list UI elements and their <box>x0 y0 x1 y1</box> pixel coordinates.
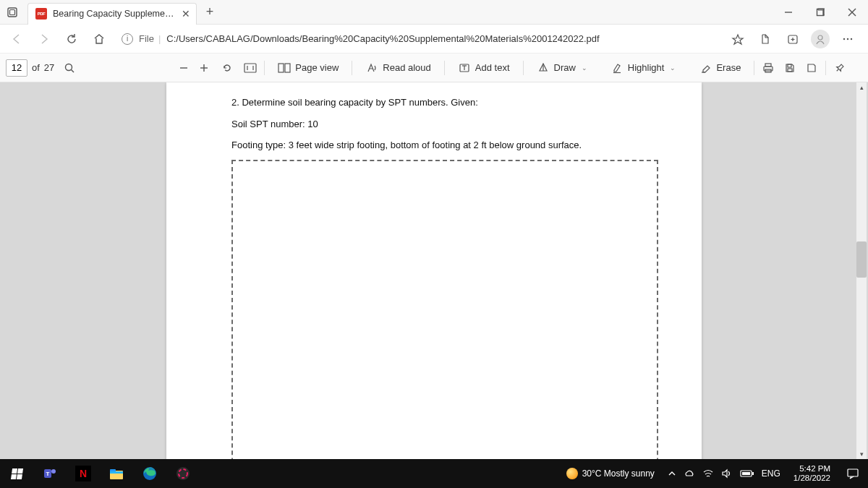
clock-date: 1/28/2022 <box>793 474 830 483</box>
separator <box>754 61 754 75</box>
zoom-in-button[interactable] <box>197 61 210 74</box>
toolbar-right <box>725 27 864 51</box>
taskbar-app-snip[interactable] <box>166 459 200 488</box>
refresh-button[interactable] <box>59 27 84 51</box>
new-tab-button[interactable]: + <box>200 2 220 22</box>
url-scheme: File <box>139 33 154 44</box>
read-aloud-label: Read aloud <box>383 62 431 73</box>
taskbar-app-edge[interactable] <box>133 459 166 488</box>
close-window-button[interactable] <box>836 0 868 25</box>
separator <box>825 61 826 75</box>
system-tray[interactable]: ENG <box>662 468 786 479</box>
read-aloud-button[interactable]: Read aloud <box>359 59 437 77</box>
erase-icon <box>699 61 712 74</box>
tray-chevron-icon[interactable] <box>668 469 676 478</box>
find-button[interactable] <box>63 61 76 74</box>
start-button[interactable] <box>0 459 33 488</box>
scroll-down-button[interactable]: ▾ <box>856 449 867 459</box>
print-button[interactable] <box>762 61 775 74</box>
read-mode-button[interactable] <box>725 27 751 51</box>
profile-button[interactable] <box>807 27 833 51</box>
document-viewport[interactable]: 2. Determine soil bearing capacity by SP… <box>0 82 868 459</box>
separator <box>523 61 524 75</box>
taskbar: T N 30°C Mostly sunny ENG 5:42 PM 1/28/2… <box>0 459 868 488</box>
forward-button[interactable] <box>32 27 56 51</box>
home-button[interactable] <box>87 27 111 51</box>
address-bar: i File | C:/Users/CABALAG/Downloads/Bear… <box>0 25 868 53</box>
minimize-button[interactable] <box>773 0 804 25</box>
favorites-button[interactable] <box>752 27 778 51</box>
back-button[interactable] <box>4 27 29 51</box>
svg-rect-19 <box>244 64 256 72</box>
svg-rect-31 <box>765 64 771 67</box>
read-aloud-icon <box>365 61 378 74</box>
svg-rect-41 <box>110 471 123 474</box>
page-total: 27 <box>44 62 54 73</box>
titlebar: Bearing Capacity Supplemental ✕ + <box>0 0 868 25</box>
pdf-page: 2. Determine soil bearing capacity by SP… <box>166 82 702 459</box>
highlight-label: Highlight <box>628 62 665 73</box>
doc-line-1: 2. Determine soil bearing capacity by SP… <box>231 95 658 110</box>
close-tab-button[interactable]: ✕ <box>182 8 190 20</box>
highlight-button[interactable]: Highlight ⌄ <box>605 59 682 77</box>
weather-widget[interactable]: 30°C Mostly sunny <box>559 468 662 479</box>
page-view-label: Page view <box>295 62 339 73</box>
url-field[interactable]: i File | C:/Users/CABALAG/Downloads/Bear… <box>114 28 722 50</box>
battery-icon[interactable] <box>740 469 754 478</box>
taskbar-app-netflix[interactable]: N <box>67 459 100 488</box>
onedrive-icon[interactable] <box>684 469 695 478</box>
separator <box>264 61 265 75</box>
taskbar-right: 30°C Mostly sunny ENG 5:42 PM 1/28/2022 <box>559 459 868 488</box>
add-text-icon <box>458 61 471 74</box>
rotate-button[interactable] <box>221 61 234 74</box>
svg-point-10 <box>818 35 822 40</box>
maximize-button[interactable] <box>804 0 836 25</box>
svg-rect-46 <box>752 472 754 475</box>
save-button[interactable] <box>783 61 796 74</box>
url-separator: | <box>158 33 161 44</box>
tab-title: Bearing Capacity Supplemental <box>53 9 176 19</box>
svg-rect-23 <box>285 64 290 72</box>
language-indicator[interactable]: ENG <box>762 468 780 479</box>
svg-text:T: T <box>46 471 50 477</box>
dashed-figure-placeholder <box>231 160 658 460</box>
page-view-button[interactable]: Page view <box>272 59 344 77</box>
window-controls <box>773 0 868 25</box>
pdf-toolbar: of 27 Page view Read aloud Add text Draw… <box>0 53 868 82</box>
pin-toolbar-button[interactable] <box>833 61 846 74</box>
draw-label: Draw <box>554 62 576 73</box>
svg-rect-47 <box>742 472 750 475</box>
url-text: C:/Users/CABALAG/Downloads/Bearing%20Cap… <box>166 33 599 44</box>
collections-button[interactable] <box>780 27 806 51</box>
clock[interactable]: 5:42 PM 1/28/2022 <box>786 464 838 483</box>
wifi-icon[interactable] <box>702 468 714 479</box>
browser-tab[interactable]: Bearing Capacity Supplemental ✕ <box>27 3 197 25</box>
svg-point-12 <box>847 38 848 39</box>
erase-button[interactable]: Erase <box>693 59 746 77</box>
taskbar-app-teams[interactable]: T <box>33 459 67 488</box>
erase-label: Erase <box>716 62 741 73</box>
chevron-down-icon: ⌄ <box>670 64 676 72</box>
site-info-icon[interactable]: i <box>122 33 133 45</box>
clock-time: 5:42 PM <box>793 464 830 474</box>
page-indicator: of 27 <box>6 59 76 77</box>
tab-actions-button[interactable] <box>0 0 25 25</box>
action-center-button[interactable] <box>838 459 868 488</box>
doc-line-2: Soil SPT number: 10 <box>231 117 658 132</box>
volume-icon[interactable] <box>721 468 733 479</box>
zoom-out-button[interactable] <box>177 61 190 74</box>
svg-rect-48 <box>848 469 858 476</box>
chevron-down-icon: ⌄ <box>582 64 587 72</box>
fit-page-button[interactable] <box>244 61 257 74</box>
save-as-button[interactable] <box>805 61 818 74</box>
taskbar-app-explorer[interactable] <box>100 459 133 488</box>
svg-point-37 <box>51 469 56 474</box>
page-of-label: of <box>32 62 40 73</box>
current-page-input[interactable] <box>6 59 27 77</box>
more-button[interactable] <box>835 27 861 51</box>
scrollbar-thumb[interactable] <box>856 241 867 278</box>
draw-button[interactable]: Draw ⌄ <box>531 59 593 77</box>
svg-point-14 <box>66 64 72 70</box>
add-text-button[interactable]: Add text <box>452 59 516 77</box>
scroll-up-button[interactable]: ▴ <box>856 82 867 93</box>
